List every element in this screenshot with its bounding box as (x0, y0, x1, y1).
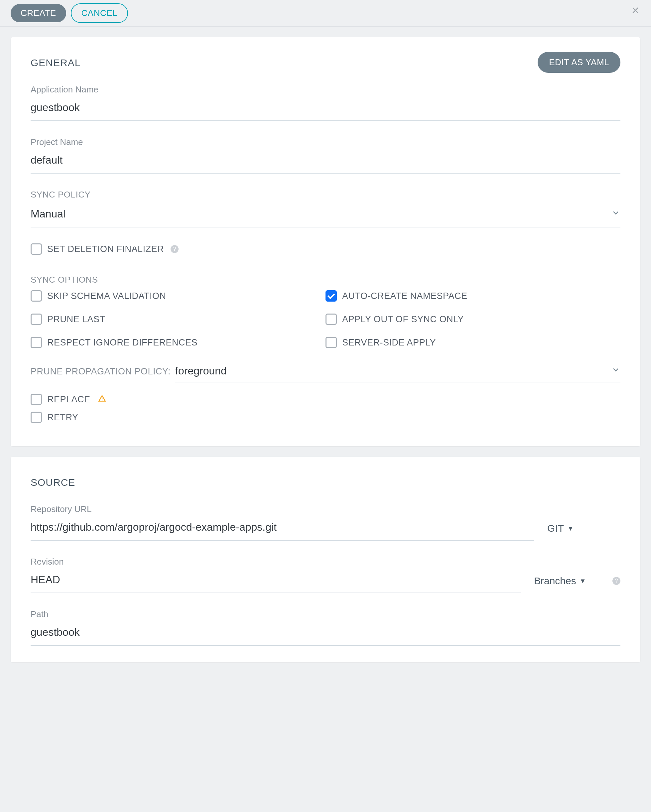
source-title: SOURCE (30, 477, 621, 488)
revision-label: Revision (30, 557, 521, 567)
respect-ignore-checkbox[interactable] (30, 337, 42, 348)
repo-type-dropdown[interactable]: GIT ▼ (547, 523, 621, 541)
set-deletion-finalizer-label: SET DELETION FINALIZER (47, 244, 164, 254)
prune-last-checkbox[interactable] (30, 314, 42, 325)
sync-options-label: SYNC OPTIONS (30, 275, 621, 285)
set-deletion-finalizer-checkbox[interactable] (30, 243, 42, 255)
skip-schema-label: SKIP SCHEMA VALIDATION (47, 291, 166, 301)
apply-out-of-sync-label: APPLY OUT OF SYNC ONLY (342, 314, 464, 325)
sync-policy-value: Manual (30, 208, 66, 220)
apply-out-of-sync-checkbox[interactable] (325, 314, 337, 325)
cancel-button[interactable]: CANCEL (71, 3, 128, 23)
help-icon[interactable]: ? (613, 577, 621, 585)
general-title: GENERAL (30, 57, 621, 69)
revision-type-dropdown[interactable]: Branches ▼ ? (534, 575, 621, 593)
general-panel: EDIT AS YAML GENERAL Application Name Pr… (11, 37, 640, 446)
app-name-input[interactable] (30, 99, 621, 121)
source-panel: SOURCE Repository URL GIT ▼ Revision Bra… (11, 457, 640, 662)
auto-create-ns-checkbox[interactable] (325, 290, 337, 302)
warning-icon (98, 394, 107, 405)
respect-ignore-label: RESPECT IGNORE DIFFERENCES (47, 337, 198, 348)
auto-create-ns-label: AUTO-CREATE NAMESPACE (342, 291, 468, 301)
project-name-input[interactable] (30, 151, 621, 174)
close-icon[interactable] (630, 5, 640, 18)
prune-last-label: PRUNE LAST (47, 314, 105, 325)
caret-down-icon: ▼ (567, 525, 574, 532)
project-name-label: Project Name (30, 137, 621, 147)
prune-propagation-label: PRUNE PROPAGATION POLICY: (30, 366, 171, 377)
skip-schema-checkbox[interactable] (30, 290, 42, 302)
caret-down-icon: ▼ (579, 577, 586, 585)
repo-url-input[interactable] (30, 518, 534, 541)
chevron-down-icon (611, 208, 621, 220)
replace-label: REPLACE (47, 394, 90, 404)
revision-type-value: Branches (534, 575, 576, 586)
replace-checkbox[interactable] (30, 394, 42, 405)
repo-type-value: GIT (547, 523, 564, 534)
prune-propagation-dropdown[interactable]: foreground (175, 365, 621, 382)
edit-as-yaml-button[interactable]: EDIT AS YAML (538, 52, 621, 73)
retry-checkbox[interactable] (30, 412, 42, 423)
server-side-apply-checkbox[interactable] (325, 337, 337, 348)
sync-policy-dropdown[interactable]: Manual (30, 205, 621, 227)
prune-propagation-value: foreground (175, 365, 611, 377)
create-button[interactable]: CREATE (11, 4, 66, 22)
chevron-down-icon (611, 365, 621, 377)
revision-input[interactable] (30, 571, 521, 593)
app-name-label: Application Name (30, 84, 621, 95)
sync-policy-label: SYNC POLICY (30, 189, 621, 200)
retry-label: RETRY (47, 412, 78, 423)
repo-url-label: Repository URL (30, 504, 534, 514)
server-side-apply-label: SERVER-SIDE APPLY (342, 337, 436, 348)
help-icon[interactable]: ? (171, 245, 178, 253)
path-input[interactable] (30, 623, 621, 646)
path-label: Path (30, 609, 621, 620)
